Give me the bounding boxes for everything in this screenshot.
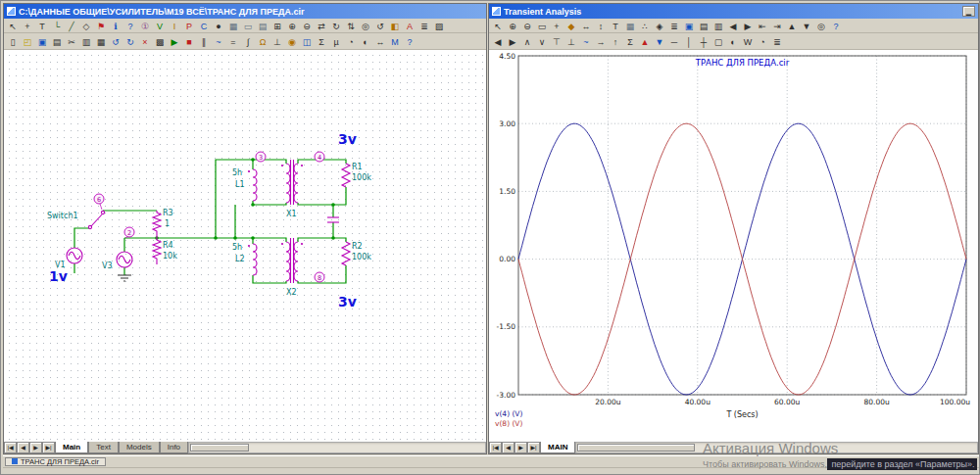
down-icon[interactable]: ▼	[800, 20, 813, 32]
inflection-icon[interactable]: ~	[579, 35, 593, 48]
text-icon[interactable]: T	[35, 20, 49, 32]
cursor-left-icon[interactable]: ◀	[491, 35, 505, 48]
zoom-out-icon[interactable]: ⊖	[300, 20, 314, 32]
mirror-icon[interactable]: ⇄	[315, 20, 328, 32]
schematic-hscrollbar[interactable]	[188, 442, 486, 453]
both-icon[interactable]: ┼	[697, 35, 710, 48]
slider-icon[interactable]: ↔	[373, 35, 387, 48]
tab-models[interactable]: Models	[119, 442, 160, 453]
select-all-icon[interactable]: ▩	[153, 35, 167, 48]
high-icon[interactable]: ⊤	[550, 35, 564, 48]
border-icon[interactable]: ▭	[241, 20, 255, 32]
help-mode-icon[interactable]: ?	[123, 20, 137, 32]
stop-icon[interactable]: ■	[182, 35, 196, 48]
probe-icon[interactable]: ◉	[285, 35, 299, 48]
next-icon[interactable]: ▶	[741, 20, 755, 32]
valley-icon[interactable]: ∨	[535, 35, 549, 48]
animate-icon[interactable]: ◐	[359, 35, 372, 48]
watch-icon[interactable]: W	[741, 35, 755, 48]
undo-icon[interactable]: ↺	[109, 35, 122, 48]
watch-icon[interactable]: ◔	[344, 35, 358, 48]
grid-icon[interactable]: ▦	[623, 20, 637, 32]
repeat-icon[interactable]: ↺	[373, 20, 387, 32]
color-icon[interactable]: ◧	[388, 20, 402, 32]
scope-icon[interactable]: ◫	[300, 35, 314, 48]
zoom-out-icon[interactable]: ⊖	[520, 20, 534, 32]
save-icon[interactable]: ▣	[682, 20, 696, 32]
last-icon[interactable]: ⇥	[770, 20, 784, 32]
minimize-button[interactable]: ▁	[962, 6, 975, 17]
cursor-mode-icon[interactable]: +	[550, 20, 564, 32]
paste-icon[interactable]: ▦	[94, 35, 108, 48]
tab-main[interactable]: Main	[55, 442, 88, 453]
pin-connections-icon[interactable]: ●	[212, 20, 225, 32]
graphics-icon[interactable]: ◇	[79, 20, 93, 32]
new-file-icon[interactable]: ▯	[6, 35, 20, 48]
properties-icon[interactable]: ≣	[667, 20, 681, 32]
plot-nav-button[interactable]: ▶	[514, 442, 527, 453]
delay-icon[interactable]: ◔	[756, 35, 769, 48]
tokens-icon[interactable]: ◈	[653, 20, 666, 32]
model-icon[interactable]: M	[388, 35, 402, 48]
meter-icon[interactable]: Ω	[256, 35, 270, 48]
zoom-in-icon[interactable]: ⊕	[285, 20, 299, 32]
schematic-canvas[interactable]: 6 2 3 4 8 Switch1 V1 1v V3 R3 1 R	[4, 50, 486, 441]
plot-nav-button[interactable]: ◀	[502, 442, 514, 453]
step-icon[interactable]: ≣	[417, 20, 431, 32]
crosshair-icon[interactable]: +	[21, 20, 34, 32]
data-points-icon[interactable]: ∴	[638, 20, 652, 32]
micro-icon[interactable]: µ	[329, 35, 343, 48]
ground-icon[interactable]: ⊥	[270, 35, 284, 48]
open-file-icon[interactable]: ◰	[21, 35, 34, 48]
run-analysis-icon[interactable]: ▶	[168, 35, 181, 48]
font-icon[interactable]: A	[403, 20, 416, 32]
expand-icon[interactable]: ⊞	[270, 20, 284, 32]
title-block-icon[interactable]: ▤	[256, 20, 270, 32]
power-icon[interactable]: P	[182, 20, 196, 32]
rotate-icon[interactable]: ↻	[329, 20, 343, 32]
options-icon[interactable]: ≣	[770, 35, 784, 48]
help-icon[interactable]: ?	[829, 20, 843, 32]
save-icon[interactable]: ▣	[35, 35, 49, 48]
stats-icon[interactable]: Σ	[623, 35, 637, 48]
tab-nav-button[interactable]: ▶	[29, 442, 42, 453]
delete-icon[interactable]: ×	[138, 35, 152, 48]
tab-main-plot[interactable]: MAIN	[540, 442, 575, 453]
node-voltages-icon[interactable]: V	[153, 20, 167, 32]
print-icon[interactable]: ▤	[697, 20, 710, 32]
grid-icon[interactable]: ▦	[226, 20, 240, 32]
prev-icon[interactable]: ◀	[726, 20, 740, 32]
pause-icon[interactable]: ∥	[197, 35, 211, 48]
redo-icon[interactable]: ↻	[123, 35, 137, 48]
first-icon[interactable]: ⇤	[756, 20, 769, 32]
text-icon[interactable]: T	[609, 20, 622, 32]
global-high-icon[interactable]: ▲	[638, 35, 652, 48]
currents-icon[interactable]: I	[168, 20, 181, 32]
zoom-in-icon[interactable]: ⊕	[506, 20, 519, 32]
up-icon[interactable]: ▲	[785, 20, 799, 32]
go-to-y-icon[interactable]: ↑	[609, 35, 622, 48]
animate-icon[interactable]: ◐	[726, 35, 740, 48]
plot-nav-button[interactable]: ▶|	[527, 442, 540, 453]
analysis-hscrollbar[interactable]	[575, 442, 978, 453]
peak-icon[interactable]: ∧	[520, 35, 534, 48]
tab-text[interactable]: Text	[88, 442, 119, 453]
conditions-icon[interactable]: C	[197, 20, 211, 32]
schematic-titlebar[interactable]: C:\ДАННЫЕ ОБЩИЕ\УСИЛИТЕЛЬ\М19 ВСЁ\ТРАНС …	[4, 4, 486, 19]
plot-area[interactable]: 4.503.001.500.00-1.50-3.0020.00u40.00u60…	[489, 50, 978, 441]
tab-nav-button[interactable]: ▶|	[42, 442, 55, 453]
flag-icon[interactable]: ⚑	[94, 20, 108, 32]
go-to-icon[interactable]: ◎	[814, 20, 828, 32]
wire-icon[interactable]: └	[50, 20, 64, 32]
taskbar-document-item[interactable]: ТРАНС ДЛЯ ПРЕДА.cir	[5, 457, 106, 466]
select-icon[interactable]: ↖	[491, 20, 505, 32]
diagonal-wire-icon[interactable]: ╱	[65, 20, 78, 32]
tab-nav-button[interactable]: |◀	[4, 442, 17, 453]
properties-icon[interactable]: ▨	[432, 20, 446, 32]
dc-icon[interactable]: =	[226, 35, 240, 48]
global-low-icon[interactable]: ▼	[653, 35, 666, 48]
low-icon[interactable]: ⊥	[564, 35, 578, 48]
cut-icon[interactable]: ✂	[65, 35, 78, 48]
go-to-x-icon[interactable]: →	[594, 35, 608, 48]
vertical-icon[interactable]: │	[682, 35, 696, 48]
